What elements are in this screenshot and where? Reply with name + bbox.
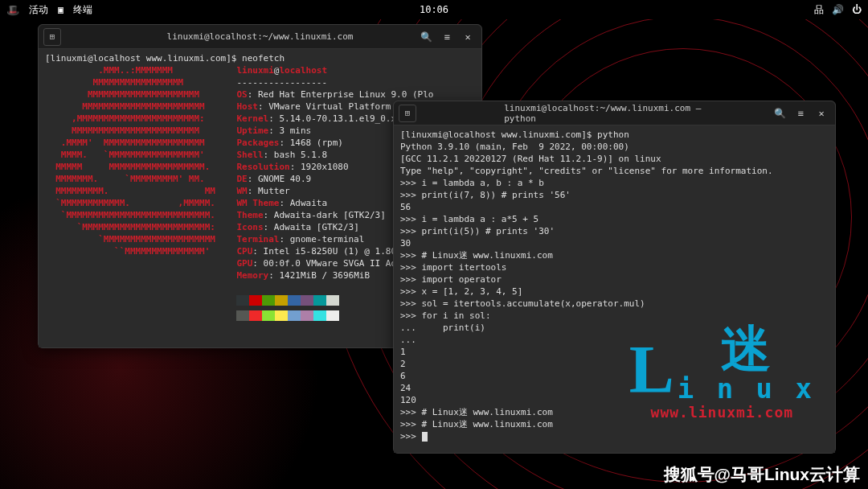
terminal-body[interactable]: [linuxmi@localhost www.linuxmi.com]$ pyt… [394,125,835,453]
watermark: 搜狐号@马哥Linux云计算 [664,463,860,486]
redhat-icon: 🎩 [6,4,19,16]
terminal-app-label[interactable]: 终端 [73,3,92,17]
power-icon[interactable]: ⏻ [852,4,862,15]
close-icon[interactable]: ✕ [459,28,477,46]
network-icon[interactable]: 品 [814,3,824,17]
window-title: linuxmi@localhost:~/www.linuxmi.com — py… [504,103,725,124]
hamburger-menu-icon[interactable]: ≡ [438,28,456,46]
gnome-topbar: 🎩 活动 ▣ 终端 10:06 品 🔊 ⏻ [0,0,868,19]
prompt: [linuxmi@localhost www.linuxmi.com]$ [45,53,242,64]
search-icon[interactable]: 🔍 [417,28,435,46]
new-tab-button[interactable]: ⊞ [43,28,61,46]
volume-icon[interactable]: 🔊 [832,4,844,15]
titlebar[interactable]: ⊞ linuxmi@localhost:~/www.linuxmi.com — … [394,101,835,125]
activities-button[interactable]: 活动 [29,3,48,17]
terminal-app-icon: ▣ [58,4,63,15]
command: neofetch [242,53,285,64]
new-tab-button[interactable]: ⊞ [399,105,416,122]
terminal-window-python[interactable]: ⊞ linuxmi@localhost:~/www.linuxmi.com — … [393,101,836,454]
close-icon[interactable]: ✕ [813,105,830,122]
clock[interactable]: 10:06 [420,4,448,15]
search-icon[interactable]: 🔍 [771,105,788,122]
neofetch-output: .MMM..:MMMMMMM linuxmi@localhost MMMMMMM… [45,65,433,323]
python-output: [linuxmi@localhost www.linuxmi.com]$ pyt… [400,129,773,442]
titlebar[interactable]: ⊞ linuxmi@localhost:~/www.linuxmi.com 🔍 … [39,25,481,49]
hamburger-menu-icon[interactable]: ≡ [792,105,809,122]
window-title: linuxmi@localhost:~/www.linuxmi.com [167,31,354,42]
